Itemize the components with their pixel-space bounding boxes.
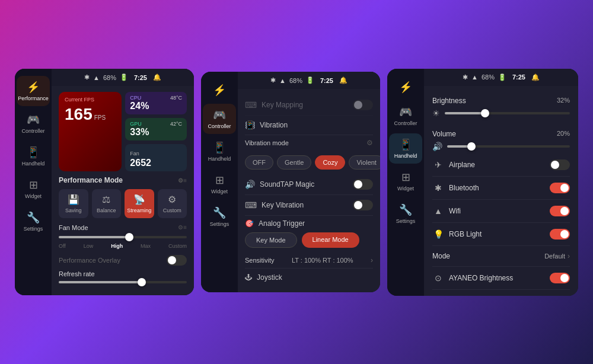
rgb-label-group: 💡 RGB Light xyxy=(432,229,482,239)
p2-ctrl-icon: 🎮 xyxy=(213,108,226,122)
p2-perf-icon: ⚡ xyxy=(213,84,226,97)
sidebar-label-handheld: Handheld xyxy=(22,161,45,167)
sidebar3-controller[interactable]: 🎮 Controller xyxy=(389,101,422,131)
mode-arrow: › xyxy=(568,252,570,260)
key-mapping-toggle[interactable] xyxy=(353,100,373,110)
analog-mode-btns: Key Mode Linear Mode xyxy=(245,232,373,248)
volume-thumb[interactable] xyxy=(467,142,476,151)
status-bar-1: ✱ ▲ 68% 🔋 7:25 🔔 xyxy=(52,69,194,86)
brightness-label: Brightness xyxy=(432,97,466,105)
fps-metric: Current FPS 165 FPS xyxy=(59,92,122,171)
sidebar-label-performance: Performance xyxy=(18,95,49,101)
performance-icon: ⚡ xyxy=(27,81,40,94)
sidebar2-handheld[interactable]: 📱 Handheld xyxy=(203,136,236,167)
refresh-thumb[interactable] xyxy=(138,278,146,286)
vib-btn-gentle[interactable]: Gentle xyxy=(277,155,311,170)
fps-value: 165 xyxy=(65,105,93,124)
soundtap-toggle[interactable] xyxy=(353,179,373,190)
gpu-value: 33% xyxy=(130,127,182,138)
gpu-temp: 42°C xyxy=(170,121,182,127)
brightness-section: Brightness 32% ☀ xyxy=(432,92,570,120)
vib-btn-off[interactable]: OFF xyxy=(245,155,273,170)
sidebar-item-settings[interactable]: 🔧 Settings xyxy=(17,206,50,237)
fan-settings-icon[interactable]: ⚙≡ xyxy=(178,224,187,231)
bluetooth-row: ✱ Bluetooth xyxy=(432,177,570,200)
sidebar-2: ⚡ 🎮 Controller 📱 Handheld ⊞ Widget 🔧 Set… xyxy=(201,72,238,292)
wifi-toggle[interactable] xyxy=(550,206,570,216)
airplane-label: Airplane xyxy=(449,161,475,169)
brightness-value: 32% xyxy=(557,97,570,105)
refresh-fill xyxy=(59,281,142,283)
rgb-toggle[interactable] xyxy=(550,229,570,240)
fps-label: Current FPS xyxy=(65,97,116,103)
mode-streaming[interactable]: 📡 Streaming xyxy=(125,189,154,218)
overlay-toggle[interactable] xyxy=(167,255,187,266)
sidebar3-widget[interactable]: ⊞ Widget xyxy=(389,166,422,196)
key-mode-btn[interactable]: Key Mode xyxy=(245,232,297,248)
brightness-thumb[interactable] xyxy=(481,109,489,117)
custom-icon: ⚙ xyxy=(168,194,176,205)
perf-settings-icon[interactable]: ⚙≡ xyxy=(178,177,187,184)
status-bar-3: ✱ ▲ 68% 🔋 7:25 🔔 xyxy=(424,69,578,86)
key-vib-label: ⌨ Key Vibration xyxy=(245,200,304,210)
sidebar-item-controller[interactable]: 🎮 Controller xyxy=(17,108,50,139)
joystick-row[interactable]: 🕹 Joystick xyxy=(245,269,373,286)
fan-fill xyxy=(59,236,129,238)
p3-widget-icon: ⊞ xyxy=(401,171,410,184)
volume-section: Volume 20% 🔊 xyxy=(432,125,570,154)
battery-1: 68% xyxy=(103,74,116,81)
wifi-icon-2: ▲ xyxy=(279,77,286,84)
controller-icon: 🎮 xyxy=(27,113,40,126)
key-mapping-row[interactable]: ⌨ Key Mapping xyxy=(245,95,373,116)
sidebar-item-widget[interactable]: ⊞ Widget xyxy=(17,174,50,204)
bluetooth-icon: ✱ xyxy=(432,183,444,193)
sidebar2-widget[interactable]: ⊞ Widget xyxy=(203,169,236,199)
sidebar-3: ⚡ 🎮 Controller 📱 Handheld ⊞ Widget 🔧 Set… xyxy=(387,69,424,296)
vib-btn-violent[interactable]: Violent xyxy=(349,155,380,170)
p3-ctrl-icon: 🎮 xyxy=(399,106,412,119)
p3-content: Brightness 32% ☀ Volume xyxy=(424,86,578,296)
panel-3: ⚡ 🎮 Controller 📱 Handheld ⊞ Widget 🔧 Set… xyxy=(387,69,578,296)
mode-saving[interactable]: 💾 Saving xyxy=(59,189,88,218)
mode-row[interactable]: Mode Default › xyxy=(432,246,570,267)
sensitivity-row[interactable]: Sensitivity LT : 100% RT : 100% › xyxy=(245,253,373,269)
key-mapping-label: ⌨ Key Mapping xyxy=(245,100,303,110)
handheld-icon: 📱 xyxy=(27,146,40,159)
p3-hand-icon: 📱 xyxy=(399,138,412,151)
volume-slider-row[interactable]: 🔊 xyxy=(432,142,570,151)
p1-content: Current FPS 165 FPS CPU 48°C 24% xyxy=(52,86,194,295)
vibration-mode-icon: ⚙ xyxy=(366,139,373,147)
mode-balance[interactable]: ⚖ Balance xyxy=(92,189,122,218)
sidebar-label-widget: Widget xyxy=(25,193,42,199)
sidebar-item-performance[interactable]: ⚡ Performance xyxy=(17,76,50,106)
airplane-row: ✈ Airplane xyxy=(432,154,570,177)
sidebar2-controller[interactable]: 🎮 Controller xyxy=(203,104,236,134)
ayaneo-toggle[interactable] xyxy=(550,273,570,283)
settings-icon: 🔧 xyxy=(27,211,40,224)
battery-icon-1: 🔋 xyxy=(120,74,128,81)
sidebar-item-handheld[interactable]: 📱 Handheld xyxy=(17,141,50,171)
mode-custom[interactable]: ⚙ Custom xyxy=(158,189,187,218)
wifi-icon: ▲ xyxy=(432,206,444,216)
fps-unit: FPS xyxy=(94,114,106,121)
linear-mode-btn[interactable]: Linear Mode xyxy=(302,232,359,248)
sidebar2-settings[interactable]: 🔧 Settings xyxy=(203,202,236,232)
airplane-toggle[interactable] xyxy=(550,159,570,170)
soundtap-row: 🔊 SoundTAP Magic xyxy=(245,174,373,195)
vibration-mode-label: Vibration mode xyxy=(245,139,289,146)
bt-icon-2: ✱ xyxy=(270,76,276,84)
vib-btn-cozy[interactable]: Cozy xyxy=(315,155,345,170)
analog-trigger-title: 🎯 Analog Trigger xyxy=(245,219,373,228)
fan-slider[interactable] xyxy=(59,236,187,238)
sidebar2-performance[interactable]: ⚡ xyxy=(203,79,236,101)
sidebar3-handheld[interactable]: 📱 Handheld xyxy=(389,133,422,164)
bluetooth-toggle[interactable] xyxy=(550,183,570,193)
refresh-slider[interactable] xyxy=(59,281,187,283)
key-vib-toggle[interactable] xyxy=(353,200,373,210)
fan-thumb[interactable] xyxy=(125,233,133,241)
joystick-label: Joystick xyxy=(257,273,282,282)
sidebar3-performance[interactable]: ⚡ xyxy=(389,76,422,98)
sidebar3-settings[interactable]: 🔧 Settings xyxy=(389,199,422,229)
brightness-slider-row[interactable]: ☀ xyxy=(432,108,570,118)
airplane-label-group: ✈ Airplane xyxy=(432,160,475,170)
